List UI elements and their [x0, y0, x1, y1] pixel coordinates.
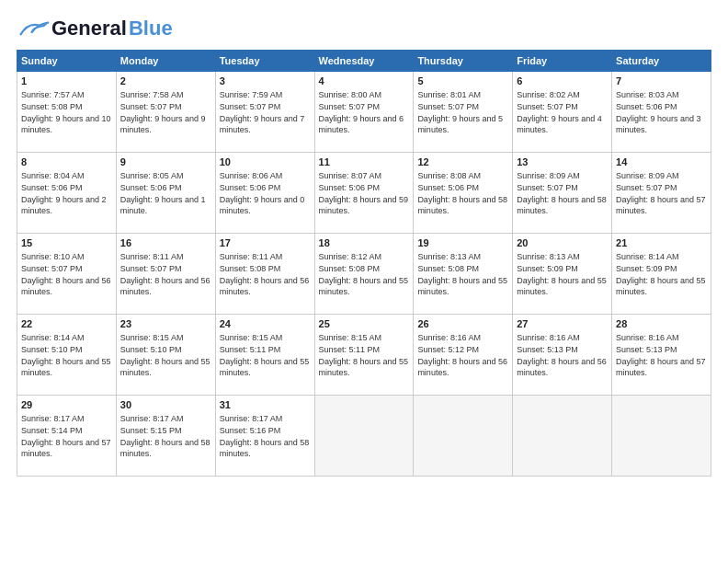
column-header-saturday: Saturday [612, 51, 711, 72]
day-number: 30 [120, 398, 211, 412]
calendar-cell: 17Sunrise: 8:11 AMSunset: 5:08 PMDayligh… [215, 234, 314, 315]
day-number: 31 [220, 398, 311, 412]
day-number: 14 [616, 155, 707, 169]
day-info: Sunrise: 7:58 AMSunset: 5:07 PMDaylight:… [120, 90, 206, 134]
day-number: 13 [517, 155, 608, 169]
day-number: 19 [417, 236, 508, 250]
calendar-cell: 22Sunrise: 8:14 AMSunset: 5:10 PMDayligh… [17, 315, 117, 396]
calendar-cell: 30Sunrise: 8:17 AMSunset: 5:15 PMDayligh… [116, 396, 215, 477]
day-info: Sunrise: 8:17 AMSunset: 5:15 PMDaylight:… [120, 414, 210, 458]
day-number: 4 [319, 75, 410, 88]
calendar-cell: 13Sunrise: 8:09 AMSunset: 5:07 PMDayligh… [513, 153, 612, 234]
calendar-cell: 2Sunrise: 7:58 AMSunset: 5:07 PMDaylight… [116, 72, 215, 153]
column-header-tuesday: Tuesday [215, 51, 314, 72]
column-header-sunday: Sunday [17, 51, 117, 72]
day-info: Sunrise: 8:13 AMSunset: 5:08 PMDaylight:… [417, 252, 507, 296]
calendar-header-row: SundayMondayTuesdayWednesdayThursdayFrid… [17, 51, 711, 72]
calendar-cell: 4Sunrise: 8:00 AMSunset: 5:07 PMDaylight… [314, 72, 414, 153]
day-number: 6 [517, 75, 608, 88]
calendar-table: SundayMondayTuesdayWednesdayThursdayFrid… [17, 50, 711, 477]
calendar-week-row: 29Sunrise: 8:17 AMSunset: 5:14 PMDayligh… [17, 396, 711, 477]
calendar-cell: 14Sunrise: 8:09 AMSunset: 5:07 PMDayligh… [612, 153, 711, 234]
day-number: 1 [21, 75, 112, 88]
logo: GeneralBlue [17, 17, 173, 40]
day-number: 8 [21, 155, 112, 169]
day-info: Sunrise: 8:15 AMSunset: 5:10 PMDaylight:… [120, 333, 210, 377]
day-number: 15 [21, 236, 112, 250]
day-number: 5 [417, 75, 508, 88]
day-number: 24 [220, 317, 311, 331]
day-info: Sunrise: 8:10 AMSunset: 5:07 PMDaylight:… [21, 252, 111, 296]
calendar-cell: 3Sunrise: 7:59 AMSunset: 5:07 PMDaylight… [215, 72, 314, 153]
calendar-cell: 6Sunrise: 8:02 AMSunset: 5:07 PMDaylight… [513, 72, 612, 153]
calendar-cell: 15Sunrise: 8:10 AMSunset: 5:07 PMDayligh… [17, 234, 117, 315]
column-header-friday: Friday [513, 51, 612, 72]
day-info: Sunrise: 8:06 AMSunset: 5:06 PMDaylight:… [220, 171, 305, 215]
calendar-cell: 12Sunrise: 8:08 AMSunset: 5:06 PMDayligh… [414, 153, 513, 234]
day-info: Sunrise: 8:16 AMSunset: 5:13 PMDaylight:… [616, 333, 706, 377]
logo-blue: Blue [129, 17, 173, 40]
column-header-monday: Monday [116, 51, 215, 72]
calendar-cell: 19Sunrise: 8:13 AMSunset: 5:08 PMDayligh… [414, 234, 513, 315]
calendar-cell: 23Sunrise: 8:15 AMSunset: 5:10 PMDayligh… [116, 315, 215, 396]
day-number: 22 [21, 317, 112, 331]
calendar-week-row: 22Sunrise: 8:14 AMSunset: 5:10 PMDayligh… [17, 315, 711, 396]
day-number: 18 [319, 236, 410, 250]
day-info: Sunrise: 8:13 AMSunset: 5:09 PMDaylight:… [517, 252, 607, 296]
day-number: 11 [319, 155, 410, 169]
day-info: Sunrise: 8:07 AMSunset: 5:06 PMDaylight:… [319, 171, 409, 215]
column-header-wednesday: Wednesday [314, 51, 414, 72]
day-number: 17 [220, 236, 311, 250]
day-info: Sunrise: 8:17 AMSunset: 5:14 PMDaylight:… [21, 414, 111, 458]
calendar-cell [612, 396, 711, 477]
day-number: 21 [616, 236, 707, 250]
day-info: Sunrise: 8:11 AMSunset: 5:07 PMDaylight:… [120, 252, 210, 296]
day-info: Sunrise: 8:17 AMSunset: 5:16 PMDaylight:… [220, 414, 310, 458]
day-info: Sunrise: 8:05 AMSunset: 5:06 PMDaylight:… [120, 171, 206, 215]
column-header-thursday: Thursday [414, 51, 513, 72]
calendar-cell: 16Sunrise: 8:11 AMSunset: 5:07 PMDayligh… [116, 234, 215, 315]
day-number: 3 [220, 75, 311, 88]
calendar-cell: 26Sunrise: 8:16 AMSunset: 5:12 PMDayligh… [414, 315, 513, 396]
calendar-cell [414, 396, 513, 477]
calendar-cell: 9Sunrise: 8:05 AMSunset: 5:06 PMDaylight… [116, 153, 215, 234]
calendar-cell: 10Sunrise: 8:06 AMSunset: 5:06 PMDayligh… [215, 153, 314, 234]
calendar-cell [314, 396, 414, 477]
day-info: Sunrise: 7:57 AMSunset: 5:08 PMDaylight:… [21, 90, 111, 134]
logo-general: General [51, 17, 127, 40]
day-info: Sunrise: 8:03 AMSunset: 5:06 PMDaylight:… [616, 90, 701, 134]
day-number: 7 [616, 75, 707, 88]
day-number: 27 [517, 317, 608, 331]
calendar-week-row: 1Sunrise: 7:57 AMSunset: 5:08 PMDaylight… [17, 72, 711, 153]
day-number: 16 [120, 236, 211, 250]
calendar-cell: 18Sunrise: 8:12 AMSunset: 5:08 PMDayligh… [314, 234, 414, 315]
calendar-cell: 24Sunrise: 8:15 AMSunset: 5:11 PMDayligh… [215, 315, 314, 396]
logo-icon [17, 19, 50, 38]
day-info: Sunrise: 8:14 AMSunset: 5:10 PMDaylight:… [21, 333, 111, 377]
calendar-cell: 27Sunrise: 8:16 AMSunset: 5:13 PMDayligh… [513, 315, 612, 396]
day-number: 28 [616, 317, 707, 331]
calendar-cell: 25Sunrise: 8:15 AMSunset: 5:11 PMDayligh… [314, 315, 414, 396]
day-number: 2 [120, 75, 211, 88]
calendar-cell: 11Sunrise: 8:07 AMSunset: 5:06 PMDayligh… [314, 153, 414, 234]
day-number: 26 [417, 317, 508, 331]
day-number: 20 [517, 236, 608, 250]
day-number: 23 [120, 317, 211, 331]
calendar-week-row: 8Sunrise: 8:04 AMSunset: 5:06 PMDaylight… [17, 153, 711, 234]
day-number: 29 [21, 398, 112, 412]
day-info: Sunrise: 8:09 AMSunset: 5:07 PMDaylight:… [616, 171, 706, 215]
calendar-cell: 20Sunrise: 8:13 AMSunset: 5:09 PMDayligh… [513, 234, 612, 315]
day-info: Sunrise: 8:16 AMSunset: 5:13 PMDaylight:… [517, 333, 607, 377]
calendar-cell: 1Sunrise: 7:57 AMSunset: 5:08 PMDaylight… [17, 72, 117, 153]
day-info: Sunrise: 8:15 AMSunset: 5:11 PMDaylight:… [319, 333, 409, 377]
calendar-cell: 29Sunrise: 8:17 AMSunset: 5:14 PMDayligh… [17, 396, 117, 477]
day-number: 25 [319, 317, 410, 331]
calendar-cell: 28Sunrise: 8:16 AMSunset: 5:13 PMDayligh… [612, 315, 711, 396]
calendar-week-row: 15Sunrise: 8:10 AMSunset: 5:07 PMDayligh… [17, 234, 711, 315]
page: GeneralBlue SundayMondayTuesdayWednesday… [0, 0, 728, 563]
calendar-cell: 31Sunrise: 8:17 AMSunset: 5:16 PMDayligh… [215, 396, 314, 477]
day-info: Sunrise: 8:15 AMSunset: 5:11 PMDaylight:… [220, 333, 310, 377]
day-number: 12 [417, 155, 508, 169]
calendar-cell [513, 396, 612, 477]
day-info: Sunrise: 8:08 AMSunset: 5:06 PMDaylight:… [417, 171, 507, 215]
